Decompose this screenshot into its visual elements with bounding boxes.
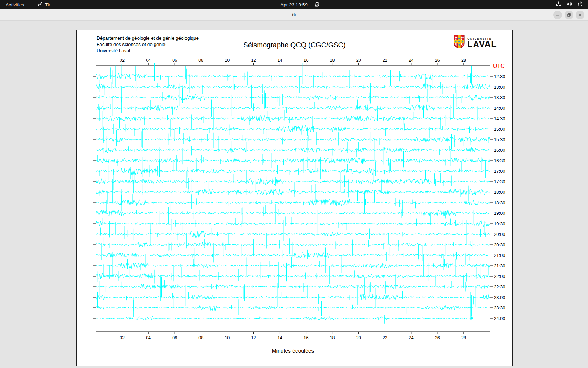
utc-time-label: 22:30 <box>494 284 505 289</box>
utc-time-label: 13:00 <box>494 84 505 90</box>
x-tick-label-bottom: 14 <box>278 335 282 340</box>
power-icon <box>577 1 583 8</box>
seismo-trace <box>96 189 490 196</box>
seismo-trace <box>96 168 490 175</box>
seismo-trace <box>96 178 490 185</box>
x-tick-label-top: 08 <box>198 58 203 63</box>
x-tick-label-bottom: 22 <box>383 335 387 340</box>
utc-time-label: 16:30 <box>494 158 505 163</box>
x-tick-label-bottom: 08 <box>198 335 203 340</box>
seismo-trace <box>96 158 490 164</box>
utc-time-label: 17:30 <box>494 179 505 184</box>
x-tick-label-top: 20 <box>356 58 361 63</box>
desktop: Activities Tk Apr 23 19:59 <box>0 0 588 368</box>
utc-time-label: 14:30 <box>494 116 505 121</box>
utc-time-label: 23:30 <box>494 305 505 311</box>
utc-time-label: 21:30 <box>494 263 505 268</box>
seismo-trace <box>96 94 490 101</box>
seismo-trace <box>96 316 472 320</box>
minimize-button[interactable] <box>553 11 562 19</box>
notifications-muted-icon <box>314 2 320 9</box>
utc-time-label: 23:00 <box>494 295 505 300</box>
x-tick-label-bottom: 04 <box>146 335 151 340</box>
x-tick-label-bottom: 18 <box>330 335 335 340</box>
seismo-trace <box>96 231 490 238</box>
utc-time-label: 16:00 <box>494 148 505 153</box>
utc-time-label: 12:30 <box>494 74 505 79</box>
window-titlebar[interactable]: tk <box>0 9 588 21</box>
x-tick-label-top: 12 <box>251 58 256 63</box>
x-tick-label-bottom: 24 <box>409 335 414 340</box>
utc-time-label: 15:00 <box>494 127 505 132</box>
x-tick-label-bottom: 02 <box>120 335 125 340</box>
top-bar: Activities Tk Apr 23 19:59 <box>0 0 588 9</box>
seismo-trace <box>96 147 490 153</box>
window-title: tk <box>0 9 588 20</box>
x-tick-label-top: 24 <box>409 58 414 63</box>
x-tick-label-top: 06 <box>172 58 177 63</box>
utc-time-label: 24:00 <box>494 316 505 321</box>
seismo-trace <box>96 263 490 269</box>
x-tick-label-bottom: 06 <box>172 335 177 340</box>
seismo-trace <box>96 84 490 90</box>
maximize-button[interactable] <box>565 11 573 19</box>
x-tick-label-top: 16 <box>304 58 309 63</box>
utc-time-label: 13:30 <box>494 95 505 100</box>
utc-time-label: 21:00 <box>494 253 505 258</box>
x-axis-title: Minutes écoulées <box>272 348 314 354</box>
utc-time-label: 18:00 <box>494 190 505 195</box>
x-tick-label-top: 18 <box>330 58 335 63</box>
x-tick-label-top: 14 <box>278 58 282 63</box>
seismo-trace <box>96 116 490 122</box>
utc-time-label: 18:30 <box>494 200 505 205</box>
utc-time-label: 22:00 <box>494 274 505 279</box>
x-tick-label-top: 22 <box>383 58 387 63</box>
x-tick-label-top: 10 <box>225 58 230 63</box>
seismo-trace <box>96 105 490 111</box>
close-button[interactable] <box>576 11 584 19</box>
system-status-area[interactable] <box>555 0 583 9</box>
utc-time-label: 15:30 <box>494 137 505 142</box>
helicorder-svg: 0202040406060808101012121414161618182020… <box>77 30 512 366</box>
window-body: Département de géologie et de génie géol… <box>0 21 588 368</box>
utc-time-label: 19:30 <box>494 221 505 226</box>
seismo-trace <box>96 137 490 142</box>
plot-frame <box>96 65 490 332</box>
trace-end-marker <box>471 317 473 320</box>
utc-time-label: 19:00 <box>494 211 505 216</box>
utc-axis-label: UTC <box>493 63 505 69</box>
x-tick-label-bottom: 26 <box>435 335 440 340</box>
x-tick-label-top: 26 <box>435 58 440 63</box>
seismo-trace <box>96 305 490 311</box>
x-tick-label-bottom: 12 <box>251 335 256 340</box>
x-tick-label-bottom: 16 <box>304 335 309 340</box>
utc-time-label: 20:30 <box>494 242 505 247</box>
seismograph-canvas: Département de géologie et de génie géol… <box>76 30 513 366</box>
clock[interactable]: Apr 23 19:59 <box>280 0 307 9</box>
seismo-trace <box>96 73 490 80</box>
seismo-trace <box>96 125 490 132</box>
volume-icon <box>566 1 572 8</box>
x-tick-label-top: 28 <box>461 58 466 63</box>
utc-time-label: 14:00 <box>494 105 505 111</box>
x-tick-label-top: 04 <box>146 58 151 63</box>
x-tick-label-top: 02 <box>120 58 125 63</box>
seismo-trace <box>96 199 490 206</box>
x-tick-label-bottom: 20 <box>356 335 361 340</box>
seismo-trace <box>96 294 490 300</box>
utc-time-label: 17:00 <box>494 169 505 174</box>
x-tick-label-bottom: 10 <box>225 335 230 340</box>
network-wired-icon <box>555 1 561 8</box>
seismo-trace <box>96 284 490 289</box>
utc-time-label: 20:00 <box>494 232 505 237</box>
x-tick-label-bottom: 28 <box>461 335 466 340</box>
seismo-trace <box>96 273 490 279</box>
